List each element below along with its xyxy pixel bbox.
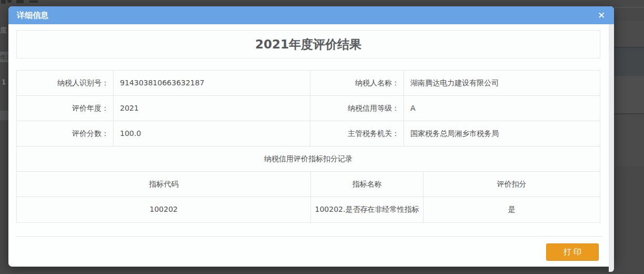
tax-authority-value: 国家税务总局湘乡市税务局 xyxy=(404,121,600,146)
evaluation-year-value: 2021 xyxy=(114,96,310,121)
close-icon[interactable]: ✕ xyxy=(595,6,608,24)
modal-scrollbar-track[interactable] xyxy=(609,24,614,272)
taxpayer-id-label: 纳税人识别号： xyxy=(17,71,114,95)
deduction-section-title: 纳税信用评价指标扣分记录 xyxy=(17,146,600,172)
background-right-strip xyxy=(614,0,644,274)
background-row-band xyxy=(0,111,8,120)
evaluation-score-label: 评价分数： xyxy=(17,121,114,146)
background-text-fragment: 1 xyxy=(2,78,6,86)
background-text-fragment xyxy=(16,0,24,3)
background-left-strip: 度 年度 1 xyxy=(0,0,8,274)
background-row-band xyxy=(614,21,644,47)
credit-rating-value: A xyxy=(404,96,600,121)
taxpayer-id-value: 914303810663632187 xyxy=(114,71,310,95)
result-title-box: 2021年度评价结果 xyxy=(16,30,600,58)
tax-authority-label: 主管税务机关： xyxy=(310,121,404,146)
indicator-code-header: 指标代码 xyxy=(17,172,311,197)
detail-info-modal: 详细信息 ✕ 2021年度评价结果 纳税人识别号： 91430381066363… xyxy=(8,6,614,267)
print-button[interactable]: 打印 xyxy=(546,243,599,261)
evaluation-table: 纳税人识别号： 914303810663632187 纳税人名称： 湖南腾达电力… xyxy=(16,70,600,223)
footer-divider xyxy=(16,236,602,237)
deduction-header-row: 指标代码 指标名称 评价扣分 xyxy=(17,172,600,197)
modal-title: 详细信息 xyxy=(17,6,48,24)
indicator-name-value: 100202.是否存在非经常性指标 xyxy=(311,197,424,222)
evaluation-year-label: 评价年度： xyxy=(17,96,114,121)
table-row: 评价分数： 100.0 主管税务机关： 国家税务总局湘乡市税务局 xyxy=(17,121,600,146)
taxpayer-name-value: 湖南腾达电力建设有限公司 xyxy=(404,71,600,95)
background-row-band xyxy=(614,76,644,113)
indicator-code-value: 100202 xyxy=(17,197,311,222)
deduction-score-header: 评价扣分 xyxy=(424,172,600,197)
credit-rating-label: 纳税信用等级： xyxy=(310,96,404,121)
table-row: 评价年度： 2021 纳税信用等级： A xyxy=(17,96,600,121)
indicator-name-header: 指标名称 xyxy=(311,172,424,197)
background-row-divider xyxy=(614,7,644,8)
background-row-band xyxy=(614,48,644,75)
deduction-score-value: 是 xyxy=(424,197,600,222)
result-title: 2021年度评价结果 xyxy=(255,36,361,53)
background-text-fragment xyxy=(29,1,38,3)
table-row: 纳税人识别号： 914303810663632187 纳税人名称： 湖南腾达电力… xyxy=(17,71,600,96)
background-text-fragment: 年度 xyxy=(0,53,8,62)
table-row: 100202 100202.是否存在非经常性指标 是 xyxy=(17,197,600,222)
taxpayer-name-label: 纳税人名称： xyxy=(310,71,404,95)
background-row-band xyxy=(614,114,644,166)
dimmed-page-overlay: 度 年度 1 详细信息 ✕ 2021年度评价结果 纳税人识别号： 9143038… xyxy=(0,0,644,274)
background-text-fragment: 度 xyxy=(0,26,7,35)
evaluation-score-value: 100.0 xyxy=(114,121,310,146)
modal-header: 详细信息 ✕ xyxy=(8,6,614,24)
